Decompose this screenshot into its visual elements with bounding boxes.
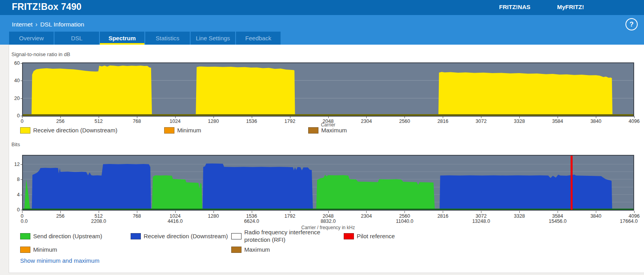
y-tick-mark bbox=[21, 195, 23, 195]
x-tick-label: 2304 bbox=[361, 213, 372, 219]
y-tick-mark bbox=[21, 81, 23, 81]
tab-dsl[interactable]: DSL bbox=[54, 32, 99, 45]
series-band-send-direction-upstream bbox=[316, 175, 435, 210]
x-tick-mark bbox=[252, 116, 252, 118]
x-tick-mark bbox=[558, 211, 558, 213]
legend-swatch-pilot-reference bbox=[344, 233, 354, 239]
x-tick-label: 256 bbox=[56, 213, 65, 219]
frequency-tick-label: 4416.0 bbox=[168, 218, 183, 224]
legend-label: Receive direction (Downstream) bbox=[33, 127, 117, 134]
x-tick-mark bbox=[634, 211, 635, 213]
series-band-send-direction-upstream bbox=[152, 175, 202, 210]
header-bar: FRITZ!Box 7490 FRITZ!NAS MyFRITZ! bbox=[0, 0, 644, 15]
snr-chart-title: Signal-to-noise ratio in dB bbox=[11, 51, 70, 57]
x-tick-mark bbox=[596, 116, 596, 118]
bits-chart-plot: 04812 bbox=[22, 155, 634, 211]
y-tick-label: 40 bbox=[9, 78, 20, 83]
legend-swatch-receive-direction-downstream bbox=[131, 233, 141, 239]
x-tick-label: 3840 bbox=[590, 213, 601, 219]
y-tick-label: 0 bbox=[9, 207, 20, 213]
tab-overview[interactable]: Overview bbox=[9, 32, 54, 45]
x-tick-mark bbox=[481, 211, 481, 213]
legend-swatch-maximum bbox=[308, 127, 318, 134]
x-tick-mark bbox=[137, 211, 137, 213]
fritznas-link[interactable]: FRITZ!NAS bbox=[499, 4, 530, 10]
x-tick-mark bbox=[443, 211, 443, 213]
legend-item-pilot-reference: Pilot reference bbox=[344, 233, 644, 240]
legend-item-radio-frequency-interference-protection-rfi: Radio frequency interference protection … bbox=[231, 229, 344, 244]
x-tick-label: 0 bbox=[21, 213, 24, 219]
series-band-receive-direction-downstream bbox=[196, 66, 295, 116]
sub-header-bar: Internet›DSL Information ? Overview DSL … bbox=[0, 15, 644, 45]
help-icon[interactable]: ? bbox=[625, 18, 638, 30]
x-tick-label: 4096 bbox=[629, 213, 640, 219]
x-tick-label: 1792 bbox=[285, 213, 296, 219]
bits-chart-title: Bits bbox=[11, 141, 20, 147]
legend-label: Minimum bbox=[177, 127, 201, 134]
legend-swatch-maximum bbox=[231, 247, 242, 253]
tab-feedback[interactable]: Feedback bbox=[236, 32, 281, 45]
show-min-max-link[interactable]: Show minimum and maximum bbox=[20, 257, 99, 264]
tab-spectrum[interactable]: Spectrum bbox=[100, 32, 144, 45]
x-tick-mark bbox=[213, 116, 214, 118]
x-tick-mark bbox=[519, 211, 520, 213]
x-tick-mark bbox=[596, 211, 596, 213]
y-tick-mark bbox=[21, 210, 23, 210]
series-band-receive-direction-downstream bbox=[32, 164, 151, 210]
legend-item-minimum: Minimum bbox=[164, 127, 308, 134]
breadcrumb-separator-icon: › bbox=[36, 21, 37, 28]
x-tick-mark bbox=[290, 116, 290, 118]
x-tick-label: 3584 bbox=[552, 213, 563, 219]
x-tick-mark bbox=[443, 116, 443, 118]
legend-swatch-receive-direction-downstream bbox=[20, 127, 30, 134]
series-band-receive-direction-downstream bbox=[440, 175, 612, 210]
legend-label: Maximum bbox=[244, 246, 270, 254]
x-tick-mark bbox=[290, 211, 290, 213]
bits-chart-legend-row-1: Send direction (Upstream)Receive directi… bbox=[9, 229, 644, 244]
x-tick-mark bbox=[328, 211, 329, 213]
legend-item-maximum: Maximum bbox=[308, 127, 644, 134]
y-tick-label: 60 bbox=[9, 60, 20, 66]
breadcrumb-section[interactable]: Internet bbox=[12, 21, 33, 28]
series-band-send-direction-upstream bbox=[24, 179, 31, 210]
myfritz-link[interactable]: MyFRITZ! bbox=[557, 4, 584, 10]
x-tick-mark bbox=[137, 116, 137, 118]
bits-chart-x-axis: 0256512768102412801536179220482304256028… bbox=[22, 212, 634, 218]
legend-item-maximum: Maximum bbox=[231, 246, 344, 254]
axis-baseline bbox=[23, 114, 633, 116]
legend-label: Minimum bbox=[33, 246, 57, 254]
legend-swatch-send-direction-upstream bbox=[20, 233, 30, 239]
legend-label: Send direction (Upstream) bbox=[33, 233, 102, 240]
pilot-reference-line bbox=[571, 156, 573, 210]
legend-label: Radio frequency interference protection … bbox=[244, 229, 332, 244]
snr-chart-legend: Receive direction (Downstream)MinimumMax… bbox=[9, 126, 644, 135]
series-band-receive-direction-downstream bbox=[32, 66, 152, 116]
tab-line-settings[interactable]: Line Settings bbox=[191, 32, 235, 45]
frequency-tick-label: 6624.0 bbox=[244, 218, 259, 224]
x-tick-mark bbox=[252, 211, 252, 213]
x-tick-mark bbox=[175, 116, 176, 118]
y-tick-mark bbox=[21, 116, 23, 116]
frequency-tick-label: 11040.0 bbox=[396, 218, 413, 224]
tab-statistics[interactable]: Statistics bbox=[145, 32, 190, 45]
legend-label: Pilot reference bbox=[357, 233, 395, 240]
legend-swatch-minimum bbox=[20, 247, 30, 253]
x-tick-mark bbox=[558, 116, 558, 118]
x-tick-mark bbox=[213, 211, 214, 213]
x-tick-mark bbox=[519, 116, 520, 118]
series-band-receive-direction-downstream bbox=[438, 72, 612, 116]
x-tick-mark bbox=[366, 116, 367, 118]
x-tick-label: 1536 bbox=[246, 213, 257, 219]
x-tick-label: 3328 bbox=[514, 213, 525, 219]
x-tick-mark bbox=[328, 116, 329, 118]
frequency-tick-label: 2208.0 bbox=[91, 218, 106, 224]
snr-chart-plot: 0204060 bbox=[22, 62, 634, 117]
tab-bar: Overview DSL Spectrum Statistics Line Se… bbox=[9, 32, 281, 45]
x-tick-mark bbox=[22, 116, 22, 118]
y-tick-mark bbox=[21, 98, 23, 99]
x-tick-mark bbox=[366, 211, 367, 213]
series-band-receive-direction-downstream bbox=[202, 164, 313, 210]
x-tick-mark bbox=[22, 211, 22, 213]
x-tick-mark bbox=[60, 116, 61, 118]
frequency-tick-label: 8832.0 bbox=[320, 218, 335, 224]
